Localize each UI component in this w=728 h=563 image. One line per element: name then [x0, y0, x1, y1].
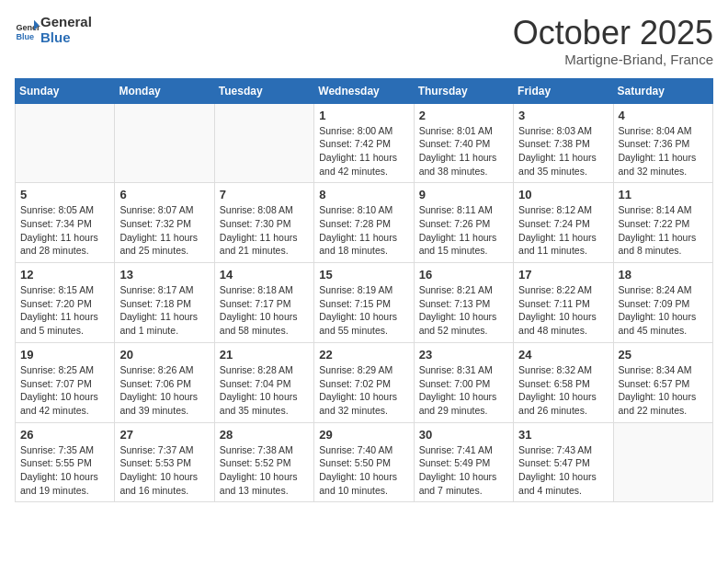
calendar-cell: 2Sunrise: 8:01 AMSunset: 7:40 PMDaylight… — [414, 103, 513, 183]
day-number: 11 — [619, 188, 708, 201]
calendar-cell: 12Sunrise: 8:15 AMSunset: 7:20 PMDayligh… — [16, 263, 115, 343]
weekday-header-tuesday: Tuesday — [214, 78, 313, 103]
day-number: 9 — [419, 188, 508, 201]
day-info: Sunrise: 8:11 AMSunset: 7:26 PMDaylight:… — [419, 203, 508, 258]
logo-general: General — [40, 15, 92, 30]
day-info: Sunrise: 7:40 AMSunset: 5:50 PMDaylight:… — [319, 443, 408, 498]
day-number: 18 — [619, 268, 708, 282]
weekday-header-wednesday: Wednesday — [314, 78, 414, 103]
calendar-cell: 28Sunrise: 7:38 AMSunset: 5:52 PMDayligh… — [214, 422, 313, 502]
day-number: 6 — [119, 188, 209, 201]
calendar-cell: 21Sunrise: 8:28 AMSunset: 7:04 PMDayligh… — [214, 342, 313, 422]
day-info: Sunrise: 7:38 AMSunset: 5:52 PMDaylight:… — [220, 443, 309, 498]
calendar-cell: 3Sunrise: 8:03 AMSunset: 7:38 PMDaylight… — [514, 103, 613, 183]
calendar-cell: 10Sunrise: 8:12 AMSunset: 7:24 PMDayligh… — [514, 183, 613, 263]
day-number: 28 — [220, 428, 309, 442]
day-number: 25 — [619, 348, 708, 362]
day-info: Sunrise: 7:41 AMSunset: 5:49 PMDaylight:… — [419, 443, 508, 498]
day-info: Sunrise: 8:18 AMSunset: 7:17 PMDaylight:… — [220, 283, 309, 338]
calendar-cell — [16, 103, 115, 183]
calendar-cell: 26Sunrise: 7:35 AMSunset: 5:55 PMDayligh… — [16, 422, 115, 502]
day-info: Sunrise: 8:03 AMSunset: 7:38 PMDaylight:… — [518, 124, 608, 178]
day-number: 8 — [319, 188, 408, 201]
calendar-cell: 16Sunrise: 8:21 AMSunset: 7:13 PMDayligh… — [414, 263, 513, 343]
day-info: Sunrise: 8:29 AMSunset: 7:02 PMDaylight:… — [319, 363, 408, 418]
day-number: 24 — [518, 348, 608, 362]
calendar-table: SundayMondayTuesdayWednesdayThursdayFrid… — [15, 78, 713, 503]
day-number: 22 — [319, 348, 408, 362]
day-number: 2 — [419, 109, 508, 122]
calendar-cell: 13Sunrise: 8:17 AMSunset: 7:18 PMDayligh… — [115, 263, 214, 343]
day-info: Sunrise: 8:07 AMSunset: 7:32 PMDaylight:… — [119, 203, 209, 258]
calendar-cell: 29Sunrise: 7:40 AMSunset: 5:50 PMDayligh… — [314, 422, 414, 502]
calendar-cell: 14Sunrise: 8:18 AMSunset: 7:17 PMDayligh… — [214, 263, 313, 343]
calendar-cell: 31Sunrise: 7:43 AMSunset: 5:47 PMDayligh… — [514, 422, 613, 502]
day-info: Sunrise: 8:01 AMSunset: 7:40 PMDaylight:… — [419, 124, 508, 178]
logo: General Blue General Blue — [15, 15, 92, 45]
day-info: Sunrise: 8:34 AMSunset: 6:57 PMDaylight:… — [619, 363, 708, 418]
day-number: 15 — [319, 268, 408, 282]
calendar-cell: 18Sunrise: 8:24 AMSunset: 7:09 PMDayligh… — [613, 263, 712, 343]
day-number: 5 — [20, 188, 109, 201]
weekday-header-row: SundayMondayTuesdayWednesdayThursdayFrid… — [16, 78, 713, 103]
day-info: Sunrise: 8:00 AMSunset: 7:42 PMDaylight:… — [319, 124, 408, 178]
svg-text:Blue: Blue — [16, 31, 34, 40]
day-number: 14 — [220, 268, 309, 282]
day-info: Sunrise: 8:26 AMSunset: 7:06 PMDaylight:… — [119, 363, 209, 418]
day-info: Sunrise: 7:35 AMSunset: 5:55 PMDaylight:… — [20, 443, 109, 498]
day-info: Sunrise: 8:21 AMSunset: 7:13 PMDaylight:… — [419, 283, 508, 338]
calendar-cell: 7Sunrise: 8:08 AMSunset: 7:30 PMDaylight… — [214, 183, 313, 263]
day-info: Sunrise: 8:17 AMSunset: 7:18 PMDaylight:… — [119, 283, 209, 338]
calendar-cell: 11Sunrise: 8:14 AMSunset: 7:22 PMDayligh… — [613, 183, 712, 263]
day-info: Sunrise: 8:04 AMSunset: 7:36 PMDaylight:… — [619, 124, 708, 178]
calendar-cell — [613, 422, 712, 502]
day-info: Sunrise: 8:10 AMSunset: 7:28 PMDaylight:… — [319, 203, 408, 258]
day-number: 13 — [119, 268, 209, 282]
day-number: 20 — [119, 348, 209, 362]
weekday-header-friday: Friday — [514, 78, 613, 103]
day-info: Sunrise: 8:19 AMSunset: 7:15 PMDaylight:… — [319, 283, 408, 338]
day-info: Sunrise: 8:24 AMSunset: 7:09 PMDaylight:… — [619, 283, 708, 338]
day-info: Sunrise: 8:25 AMSunset: 7:07 PMDaylight:… — [20, 363, 109, 418]
calendar-cell: 17Sunrise: 8:22 AMSunset: 7:11 PMDayligh… — [514, 263, 613, 343]
day-info: Sunrise: 8:22 AMSunset: 7:11 PMDaylight:… — [518, 283, 608, 338]
calendar-cell: 19Sunrise: 8:25 AMSunset: 7:07 PMDayligh… — [16, 342, 115, 422]
weekday-header-sunday: Sunday — [16, 78, 115, 103]
day-info: Sunrise: 8:32 AMSunset: 6:58 PMDaylight:… — [518, 363, 608, 418]
calendar-week-row: 19Sunrise: 8:25 AMSunset: 7:07 PMDayligh… — [16, 342, 713, 422]
month-title: October 2025 — [513, 15, 713, 52]
day-info: Sunrise: 8:05 AMSunset: 7:34 PMDaylight:… — [20, 203, 109, 258]
calendar-cell: 23Sunrise: 8:31 AMSunset: 7:00 PMDayligh… — [414, 342, 513, 422]
day-number: 4 — [619, 109, 708, 122]
calendar-week-row: 12Sunrise: 8:15 AMSunset: 7:20 PMDayligh… — [16, 263, 713, 343]
day-info: Sunrise: 8:08 AMSunset: 7:30 PMDaylight:… — [220, 203, 309, 258]
calendar-cell: 20Sunrise: 8:26 AMSunset: 7:06 PMDayligh… — [115, 342, 214, 422]
day-number: 17 — [518, 268, 608, 282]
calendar-cell: 1Sunrise: 8:00 AMSunset: 7:42 PMDaylight… — [314, 103, 414, 183]
calendar-cell: 30Sunrise: 7:41 AMSunset: 5:49 PMDayligh… — [414, 422, 513, 502]
weekday-header-monday: Monday — [115, 78, 214, 103]
calendar-cell: 15Sunrise: 8:19 AMSunset: 7:15 PMDayligh… — [314, 263, 414, 343]
calendar-cell: 4Sunrise: 8:04 AMSunset: 7:36 PMDaylight… — [613, 103, 712, 183]
calendar-cell: 6Sunrise: 8:07 AMSunset: 7:32 PMDaylight… — [115, 183, 214, 263]
day-number: 30 — [419, 428, 508, 442]
calendar-cell: 25Sunrise: 8:34 AMSunset: 6:57 PMDayligh… — [613, 342, 712, 422]
calendar-cell: 27Sunrise: 7:37 AMSunset: 5:53 PMDayligh… — [115, 422, 214, 502]
day-number: 7 — [220, 188, 309, 201]
day-number: 27 — [119, 428, 209, 442]
calendar-cell — [115, 103, 214, 183]
day-info: Sunrise: 8:28 AMSunset: 7:04 PMDaylight:… — [220, 363, 309, 418]
logo-icon: General Blue — [15, 17, 40, 43]
calendar-cell: 5Sunrise: 8:05 AMSunset: 7:34 PMDaylight… — [16, 183, 115, 263]
weekday-header-saturday: Saturday — [613, 78, 712, 103]
location-title: Martigne-Briand, France — [513, 52, 713, 67]
day-number: 26 — [20, 428, 109, 442]
day-number: 1 — [319, 109, 408, 122]
day-info: Sunrise: 8:31 AMSunset: 7:00 PMDaylight:… — [419, 363, 508, 418]
day-info: Sunrise: 7:37 AMSunset: 5:53 PMDaylight:… — [119, 443, 209, 498]
day-info: Sunrise: 8:14 AMSunset: 7:22 PMDaylight:… — [619, 203, 708, 258]
day-number: 21 — [220, 348, 309, 362]
page-header: General Blue General Blue October 2025 M… — [15, 15, 713, 67]
day-number: 3 — [518, 109, 608, 122]
day-info: Sunrise: 8:15 AMSunset: 7:20 PMDaylight:… — [20, 283, 109, 338]
